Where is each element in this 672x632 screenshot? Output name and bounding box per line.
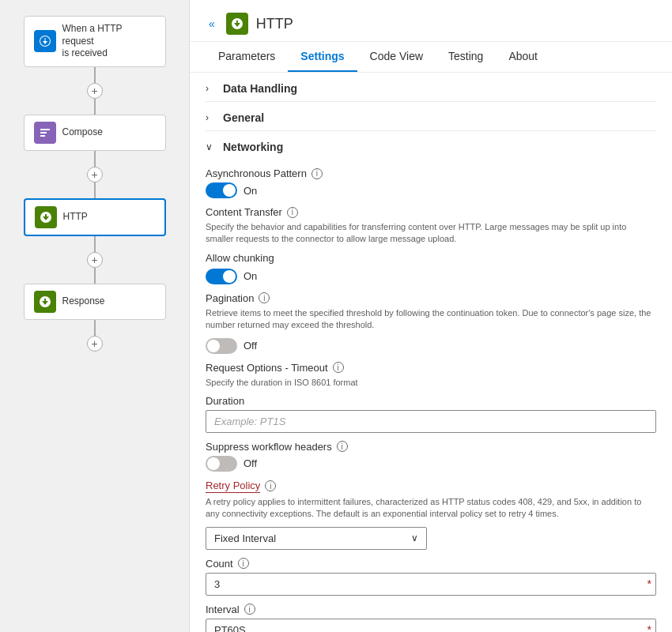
http-trigger-label: When a HTTP requestis received (62, 23, 156, 60)
duration-input[interactable] (206, 410, 656, 433)
add-step-4[interactable]: + (87, 336, 103, 352)
suppress-headers-info-icon[interactable]: i (337, 441, 348, 452)
request-timeout-label: Request Options - Timeout (206, 362, 328, 374)
request-timeout-info-icon[interactable]: i (333, 362, 344, 373)
count-input-wrapper: * (206, 573, 656, 596)
section-networking[interactable]: ∨ Networking (206, 130, 656, 160)
chevron-networking: ∨ (206, 141, 217, 152)
content-transfer-label: Content Transfer (206, 206, 282, 218)
suppress-headers-toggle-row: Off (206, 456, 656, 472)
response-label: Response (62, 295, 105, 308)
content-transfer-label-row: Content Transfer i (206, 206, 656, 218)
retry-policy-chevron-icon: ∨ (411, 532, 418, 544)
http-icon (35, 206, 57, 228)
http-node-label: HTTP (63, 211, 88, 224)
flow-node-http-trigger[interactable]: When a HTTP requestis received (24, 16, 166, 67)
content-transfer-desc: Specify the behavior and capabilities fo… (206, 221, 656, 246)
setting-retry-policy: Retry Policy i A retry policy applies to… (206, 480, 656, 632)
suppress-headers-label: Suppress workflow headers (206, 441, 332, 453)
collapse-button[interactable]: « (206, 16, 218, 32)
count-required-star: * (647, 577, 651, 590)
flow-line-3 (94, 151, 96, 167)
setting-request-timeout: Request Options - Timeout i Specify the … (206, 362, 656, 433)
interval-label-row: Interval i (206, 604, 656, 615)
connector-2: + (87, 151, 103, 198)
allow-chunking-toggle-row: On (206, 269, 656, 284)
duration-label-text: Duration (206, 395, 244, 407)
count-label-text: Count (206, 558, 233, 570)
tab-parameters[interactable]: Parameters (206, 42, 288, 72)
flow-node-http[interactable]: HTTP (24, 198, 166, 236)
suppress-headers-toggle[interactable] (206, 456, 237, 472)
async-pattern-info-icon[interactable]: i (311, 168, 323, 179)
compose-label: Compose (62, 126, 103, 139)
panel-icon (226, 13, 248, 35)
async-pattern-toggle-row: On (206, 182, 656, 198)
allow-chunking-text: Allow chunking (206, 252, 274, 264)
tab-testing[interactable]: Testing (436, 42, 496, 72)
connector-3: + (87, 236, 103, 284)
pagination-toggle-label: Off (244, 340, 257, 352)
async-pattern-label: Asynchronous Pattern (206, 167, 307, 179)
setting-pagination: Pagination i Retrieve items to meet the … (206, 292, 656, 354)
section-general[interactable]: › General (206, 101, 656, 130)
allow-chunking-toggle[interactable] (206, 269, 237, 284)
tab-codeview[interactable]: Code View (357, 42, 436, 72)
retry-policy-selected: Fixed Interval (214, 532, 276, 544)
section-general-title: General (223, 111, 264, 124)
tab-about[interactable]: About (496, 42, 550, 72)
pagination-toggle-row: Off (206, 338, 656, 354)
add-step-2[interactable]: + (87, 167, 103, 182)
flow-line-5 (94, 236, 96, 252)
request-timeout-label-row: Request Options - Timeout i (206, 362, 656, 374)
tab-settings[interactable]: Settings (288, 42, 357, 72)
flow-node-response[interactable]: Response (24, 284, 166, 320)
async-pattern-toggle-label: On (244, 185, 257, 197)
pagination-label-row: Pagination i (206, 292, 656, 304)
panel-title: HTTP (256, 16, 293, 32)
async-pattern-toggle[interactable] (206, 182, 237, 198)
connector-4: + (87, 320, 103, 352)
pagination-desc: Retrieve items to meet the specified thr… (206, 307, 656, 332)
response-icon (34, 291, 56, 313)
pagination-toggle[interactable] (206, 338, 237, 354)
count-label-row: Count i (206, 558, 656, 570)
left-panel: When a HTTP requestis received + Compose… (0, 0, 190, 632)
interval-required-star: * (647, 623, 651, 632)
panel-header: « HTTP (190, 0, 672, 42)
setting-content-transfer: Content Transfer i Specify the behavior … (206, 206, 656, 284)
content-transfer-info-icon[interactable]: i (287, 207, 298, 218)
interval-input[interactable] (206, 619, 656, 632)
suppress-headers-toggle-label: Off (244, 457, 257, 469)
http-trigger-icon (34, 30, 56, 52)
request-timeout-desc: Specify the duration in ISO 8601 format (206, 377, 656, 389)
flow-line-6 (94, 268, 96, 284)
retry-policy-label-row: Retry Policy i (206, 480, 656, 493)
setting-async-pattern: Asynchronous Pattern i On (206, 167, 656, 198)
retry-policy-dropdown[interactable]: Fixed Interval ∨ (206, 527, 427, 550)
section-networking-title: Networking (223, 141, 283, 153)
count-info-icon[interactable]: i (238, 558, 249, 569)
tabs-bar: Parameters Settings Code View Testing Ab… (190, 42, 672, 73)
connector-1: + (87, 67, 103, 115)
section-data-handling-title: Data Handling (223, 82, 297, 95)
flow-line-4 (94, 182, 96, 198)
add-step-1[interactable]: + (87, 83, 103, 99)
right-panel: « HTTP Parameters Settings Code View Tes… (190, 0, 672, 632)
allow-chunking-toggle-label: On (244, 270, 257, 282)
allow-chunking-label: Allow chunking (206, 252, 656, 264)
flow-line-2 (94, 99, 96, 115)
pagination-label: Pagination (206, 292, 254, 304)
pagination-info-icon[interactable]: i (259, 292, 270, 303)
compose-icon (34, 122, 56, 144)
interval-info-icon[interactable]: i (244, 604, 255, 615)
count-input[interactable] (206, 573, 656, 596)
add-step-3[interactable]: + (87, 252, 103, 268)
flow-node-compose[interactable]: Compose (24, 115, 166, 151)
suppress-headers-label-row: Suppress workflow headers i (206, 441, 656, 453)
flow-line-1 (94, 67, 96, 83)
flow-line-7 (94, 320, 96, 336)
content-area: › Data Handling › General ∨ Networking A… (190, 73, 672, 632)
retry-policy-info-icon[interactable]: i (265, 480, 276, 491)
section-data-handling[interactable]: › Data Handling (206, 73, 656, 101)
